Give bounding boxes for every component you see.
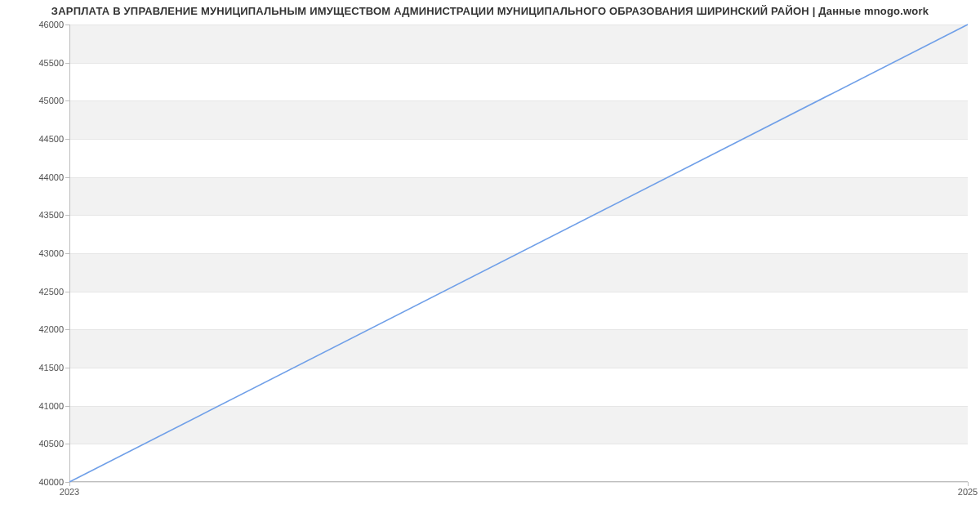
series-line xyxy=(69,25,968,482)
chart-title: ЗАРПЛАТА В УПРАВЛЕНИЕ МУНИЦИПАЛЬНЫМ ИМУЩ… xyxy=(0,5,980,17)
y-tick-label: 43500 xyxy=(7,210,64,220)
y-tick-mark xyxy=(65,329,69,330)
y-tick-label: 41500 xyxy=(7,363,64,373)
x-tick-mark xyxy=(968,482,969,486)
y-tick-mark xyxy=(65,177,69,178)
y-tick-mark xyxy=(65,63,69,64)
y-tick-label: 44000 xyxy=(7,172,64,182)
y-tick-label: 40500 xyxy=(7,439,64,448)
y-tick-label: 44500 xyxy=(7,134,64,144)
gridline xyxy=(69,482,968,483)
y-tick-mark xyxy=(65,100,69,101)
y-tick-label: 46000 xyxy=(7,20,64,29)
plot-area xyxy=(69,25,968,482)
y-tick-label: 42000 xyxy=(7,324,64,334)
y-tick-mark xyxy=(65,253,69,254)
chart-container: ЗАРПЛАТА В УПРАВЛЕНИЕ МУНИЦИПАЛЬНЫМ ИМУЩ… xyxy=(0,0,980,531)
y-tick-mark xyxy=(65,406,69,407)
y-tick-mark xyxy=(65,25,69,25)
y-tick-mark xyxy=(65,292,69,292)
x-tick-label: 2023 xyxy=(60,487,79,497)
y-tick-label: 43000 xyxy=(7,248,64,258)
y-tick-mark xyxy=(65,215,69,216)
y-tick-label: 45500 xyxy=(7,58,64,68)
x-tick-mark xyxy=(69,482,70,486)
y-tick-mark xyxy=(65,139,69,140)
x-tick-label: 2025 xyxy=(958,487,978,497)
y-tick-label: 45000 xyxy=(7,96,64,105)
y-tick-label: 40000 xyxy=(7,477,64,487)
line-layer xyxy=(69,25,968,482)
y-tick-label: 42500 xyxy=(7,287,64,297)
y-tick-mark xyxy=(65,368,69,368)
y-tick-label: 41000 xyxy=(7,401,64,411)
y-tick-mark xyxy=(65,444,69,444)
